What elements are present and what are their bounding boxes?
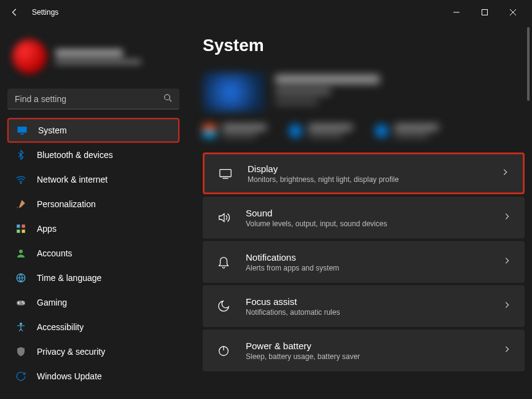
bell-icon (216, 255, 231, 269)
chevron-right-icon (503, 345, 511, 356)
svg-point-17 (23, 303, 25, 304)
power-icon (216, 343, 231, 358)
minimize-button[interactable] (442, 2, 471, 22)
sound-icon (216, 210, 231, 225)
status-chip[interactable] (203, 124, 267, 138)
profile-block[interactable] (7, 32, 179, 89)
status-row (203, 124, 525, 138)
svg-point-18 (20, 323, 22, 325)
setting-card-notifications[interactable]: Notifications Alerts from apps and syste… (203, 241, 525, 283)
globe-icon (15, 272, 27, 284)
profile-email (55, 59, 141, 65)
device-info[interactable] (203, 73, 525, 112)
sidebar-item-accounts[interactable]: Accounts (7, 241, 179, 266)
svg-line-5 (170, 100, 172, 102)
svg-rect-9 (17, 224, 20, 227)
card-title: Notifications (246, 252, 503, 263)
svg-rect-10 (22, 224, 25, 227)
sidebar: SystemBluetooth & devicesNetwork & inter… (0, 25, 184, 399)
sidebar-item-gaming[interactable]: Gaming (7, 290, 179, 315)
sidebar-item-label: Accounts (37, 248, 72, 258)
chevron-right-icon (503, 256, 511, 267)
person-icon (15, 247, 27, 259)
search-input[interactable] (7, 89, 179, 109)
sidebar-item-label: Bluetooth & devices (37, 150, 113, 160)
setting-card-power[interactable]: Power & battery Sleep, battery usage, ba… (203, 330, 525, 371)
main-content: System Display Monitors, brightness, nig… (184, 25, 532, 399)
svg-rect-11 (17, 230, 20, 233)
sidebar-item-apps[interactable]: Apps (7, 216, 179, 241)
app-title: Settings (32, 8, 58, 17)
card-subtitle: Notifications, automatic rules (246, 308, 503, 317)
svg-point-16 (22, 301, 23, 302)
apps-icon (15, 223, 27, 235)
display-icon (218, 166, 233, 181)
sidebar-item-accessibility[interactable]: Accessibility (7, 315, 179, 339)
device-thumbnail (203, 73, 264, 112)
chevron-right-icon (503, 212, 511, 223)
back-button[interactable] (5, 2, 25, 22)
brush-icon (15, 198, 27, 210)
card-subtitle: Monitors, brightness, night light, displ… (248, 175, 501, 184)
svg-rect-19 (220, 170, 231, 177)
card-title: Focus assist (246, 296, 503, 307)
sidebar-item-label: System (38, 125, 67, 135)
shield-icon (15, 346, 27, 358)
setting-card-focus[interactable]: Focus assist Notifications, automatic ru… (203, 285, 525, 327)
sidebar-item-label: Gaming (37, 298, 67, 307)
search-icon (163, 93, 172, 105)
sidebar-item-label: Time & language (37, 273, 101, 283)
update-icon (15, 370, 27, 382)
sidebar-item-label: Windows Update (37, 371, 102, 381)
svg-point-13 (19, 250, 23, 253)
sidebar-item-label: Accessibility (37, 322, 84, 332)
card-title: Display (248, 164, 501, 174)
sidebar-item-label: Privacy & security (37, 347, 105, 357)
scrollbar[interactable] (527, 25, 531, 397)
svg-rect-1 (482, 10, 488, 15)
sidebar-item-system[interactable]: System (7, 118, 179, 143)
card-subtitle: Alerts from apps and system (246, 264, 503, 272)
card-subtitle: Volume levels, output, input, sound devi… (246, 219, 503, 228)
maximize-button[interactable] (471, 2, 499, 22)
moon-icon (216, 299, 231, 314)
setting-card-sound[interactable]: Sound Volume levels, output, input, soun… (203, 197, 525, 239)
setting-card-display[interactable]: Display Monitors, brightness, night ligh… (203, 152, 525, 194)
card-title: Power & battery (246, 341, 503, 351)
sidebar-item-label: Personalization (37, 199, 96, 209)
sidebar-item-time[interactable]: Time & language (7, 266, 179, 290)
chevron-right-icon (501, 168, 509, 179)
sidebar-item-label: Network & internet (37, 175, 108, 184)
svg-rect-7 (20, 133, 24, 135)
svg-point-8 (20, 183, 22, 184)
sidebar-item-update[interactable]: Windows Update (7, 364, 179, 389)
avatar (12, 39, 47, 74)
gamepad-icon (15, 296, 27, 309)
sidebar-item-privacy[interactable]: Privacy & security (7, 339, 179, 364)
sidebar-item-network[interactable]: Network & internet (7, 167, 179, 192)
page-title: System (203, 36, 525, 55)
wifi-icon (15, 173, 27, 186)
sidebar-item-personalization[interactable]: Personalization (7, 192, 179, 216)
monitor-icon (16, 124, 28, 136)
chevron-right-icon (503, 301, 511, 312)
svg-rect-12 (22, 230, 25, 233)
accessibility-icon (15, 321, 27, 333)
svg-point-4 (165, 95, 170, 100)
sidebar-item-label: Apps (37, 224, 57, 234)
sidebar-item-bluetooth[interactable]: Bluetooth & devices (7, 143, 179, 167)
bluetooth-icon (15, 149, 27, 161)
svg-rect-6 (18, 127, 27, 133)
status-chip[interactable] (289, 124, 353, 138)
card-subtitle: Sleep, battery usage, battery saver (246, 352, 503, 361)
card-title: Sound (246, 208, 503, 218)
close-button[interactable] (499, 2, 527, 22)
status-chip[interactable] (375, 124, 439, 138)
profile-name (55, 49, 123, 57)
